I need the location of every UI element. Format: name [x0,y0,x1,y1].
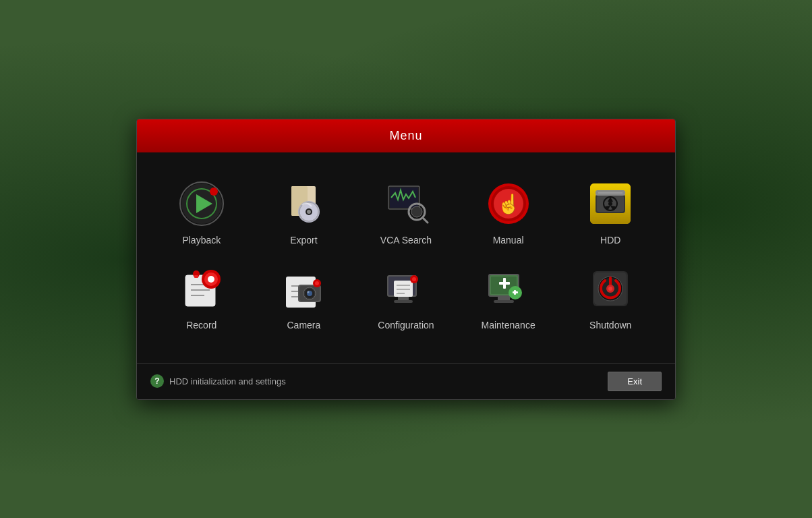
export-label: Export [290,235,317,246]
hdd-label: HDD [600,235,620,246]
vca-search-label: VCA Search [380,235,432,246]
svg-rect-66 [494,300,514,303]
svg-text:☝: ☝ [496,193,520,215]
shutdown-icon [586,264,635,313]
svg-point-59 [412,277,416,281]
svg-rect-56 [398,297,409,300]
info-icon: ? [150,374,164,388]
dialog-body: Playback [137,152,675,363]
manual-icon: ☝ [484,179,533,228]
footer-help-text: HDD initialization and settings [169,376,286,386]
svg-point-76 [608,287,612,291]
svg-point-9 [307,210,311,214]
vca-search-icon [382,179,430,228]
svg-point-3 [210,188,218,196]
menu-item-record[interactable]: Record [150,258,253,336]
hdd-icon [586,179,635,228]
svg-point-47 [308,291,310,293]
svg-rect-57 [394,300,413,303]
svg-rect-69 [514,290,516,295]
playback-label: Playback [182,235,221,246]
svg-rect-37 [194,275,198,278]
menu-item-maintenance[interactable]: Maintenance [457,258,560,336]
svg-rect-65 [498,297,510,300]
menu-item-shutdown[interactable]: Shutdown [559,258,662,336]
menu-item-hdd[interactable]: HDD [559,173,662,251]
svg-line-14 [423,218,428,223]
camera-label: Camera [287,320,320,330]
record-label: Record [186,320,216,330]
dialog-footer: ? HDD initialization and settings Exit [137,363,675,399]
svg-point-34 [208,276,214,283]
manual-label: Manual [493,235,524,246]
menu-item-manual[interactable]: ☝ Manual [457,173,560,251]
shutdown-label: Shutdown [589,320,631,330]
menu-item-configuration[interactable]: Configuration [355,258,457,336]
footer-info: ? HDD initialization and settings [150,374,286,388]
record-icon [177,264,226,313]
svg-rect-64 [503,278,506,289]
camera-icon [279,264,328,313]
menu-item-export[interactable]: Export [253,173,355,251]
configuration-icon [382,264,430,313]
dialog-header: Menu [137,119,675,152]
maintenance-icon [484,264,533,313]
exit-button[interactable]: Exit [608,372,662,391]
svg-point-13 [411,206,422,217]
dialog-title: Menu [389,129,422,142]
configuration-label: Configuration [378,320,434,330]
menu-dialog: Menu Playback [136,119,676,400]
export-icon [279,179,328,228]
playback-icon [177,179,226,228]
menu-item-camera[interactable]: Camera [253,258,355,336]
svg-point-24 [608,202,612,206]
svg-point-49 [315,281,319,285]
maintenance-label: Maintenance [482,320,535,330]
menu-grid: Playback [150,173,662,336]
svg-rect-52 [394,281,413,297]
menu-item-playback[interactable]: Playback [150,173,253,251]
menu-item-vca-search[interactable]: VCA Search [355,173,457,251]
